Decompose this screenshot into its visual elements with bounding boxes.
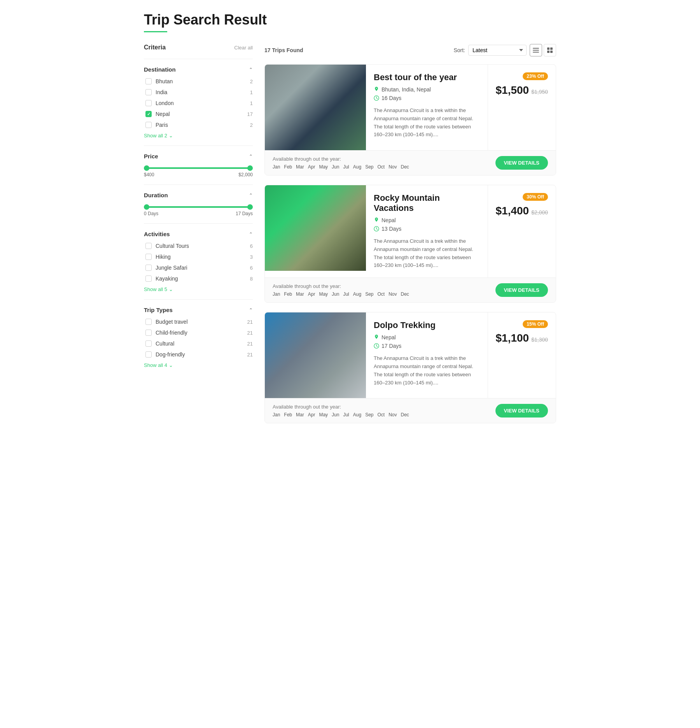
discount-badge: 23% Off <box>523 72 548 80</box>
trip-availability: Available through out the year: JanFebMa… <box>273 283 409 297</box>
trip-card-body: Dolpo Trekking Nepal <box>265 312 556 398</box>
availability-label: Available through out the year: <box>273 283 409 289</box>
view-details-button[interactable]: VIEW DETAILS <box>495 404 548 418</box>
month-label: Jun <box>332 412 339 418</box>
destination-filter-header[interactable]: Destination ⌃ <box>144 66 253 73</box>
trip-image <box>265 312 366 398</box>
trip-image <box>265 185 366 277</box>
trip-types-filter-header[interactable]: Trip Types ⌃ <box>144 307 253 313</box>
page-title-underline <box>144 31 167 32</box>
trip-card-footer: Available through out the year: JanFebMa… <box>265 277 556 302</box>
trip-type-item-label: Cultural <box>156 340 174 347</box>
month-label: Mar <box>296 412 304 418</box>
activities-filter-header[interactable]: Activities ⌃ <box>144 231 253 237</box>
destination-checkbox[interactable] <box>145 89 152 95</box>
destination-checkbox[interactable] <box>145 111 152 117</box>
trip-type-checkbox[interactable] <box>145 340 152 347</box>
view-details-button[interactable]: VIEW DETAILS <box>495 156 548 170</box>
clock-icon <box>374 343 379 349</box>
activity-item: Kayaking 8 <box>144 275 253 282</box>
view-details-button[interactable]: VIEW DETAILS <box>495 283 548 297</box>
clock-icon <box>374 95 379 101</box>
activity-item-count: 3 <box>250 254 253 260</box>
month-label: May <box>319 291 328 297</box>
destination-item-count: 1 <box>250 100 253 106</box>
activities-show-all-chevron-icon: ⌄ <box>169 286 173 292</box>
month-label: Jun <box>332 164 339 170</box>
trip-type-item-left: Dog-friendly <box>145 351 185 358</box>
activity-item-count: 6 <box>250 243 253 249</box>
duration-filter: Duration ⌃ 0 Days 17 Days <box>144 184 253 223</box>
duration-filter-header[interactable]: Duration ⌃ <box>144 192 253 198</box>
trip-location: Nepal <box>374 334 480 340</box>
trip-card-footer: Available through out the year: JanFebMa… <box>265 150 556 175</box>
trip-description: The Annapurna Circuit is a trek within t… <box>374 107 480 139</box>
trip-type-checkbox[interactable] <box>145 330 152 336</box>
price-filter-header[interactable]: Price ⌃ <box>144 153 253 160</box>
destination-item-label: London <box>156 100 174 106</box>
month-label: May <box>319 164 328 170</box>
destination-item-count: 1 <box>250 89 253 95</box>
trip-type-item-left: Budget travel <box>145 319 188 325</box>
current-price: $1,500 <box>496 84 529 96</box>
duration-range-thumb-right[interactable] <box>247 204 253 210</box>
sort-select[interactable]: LatestPrice: Low to HighPrice: High to L… <box>468 45 527 56</box>
location-icon <box>374 87 379 92</box>
destination-checkbox[interactable] <box>145 122 152 128</box>
trip-type-checkbox[interactable] <box>145 351 152 358</box>
svg-rect-6 <box>550 51 553 53</box>
month-label: Apr <box>308 412 315 418</box>
month-label: Oct <box>378 164 385 170</box>
trip-type-checkbox[interactable] <box>145 319 152 325</box>
activities-filter-title: Activities <box>144 231 170 237</box>
destination-item-label: Nepal <box>156 111 170 117</box>
month-label: Jan <box>273 412 280 418</box>
month-label: Sep <box>365 164 373 170</box>
trip-duration: 16 Days <box>374 95 480 101</box>
discount-badge: 15% Off <box>523 320 548 328</box>
month-label: Nov <box>388 291 397 297</box>
activity-checkbox[interactable] <box>145 265 152 271</box>
destination-checkbox[interactable] <box>145 78 152 84</box>
trip-cards-container: Best tour of the year Bhutan, India, Nep… <box>264 64 556 423</box>
trip-details: Dolpo Trekking Nepal <box>366 312 488 398</box>
list-view-toggle[interactable] <box>530 44 542 56</box>
results-count-label: Trips Found <box>272 47 303 53</box>
price-range-thumb-right[interactable] <box>247 165 253 171</box>
month-label: Jun <box>332 291 339 297</box>
trip-card: Best tour of the year Bhutan, India, Nep… <box>264 64 556 175</box>
month-label: Mar <box>296 291 304 297</box>
trip-details: Best tour of the year Bhutan, India, Nep… <box>366 65 488 150</box>
svg-rect-0 <box>533 48 539 49</box>
price-range-thumb-left[interactable] <box>144 165 149 171</box>
trip-description: The Annapurna Circuit is a trek within t… <box>374 354 480 387</box>
activity-checkbox[interactable] <box>145 275 152 282</box>
location-icon <box>374 218 379 223</box>
destination-item: Paris 2 <box>144 122 253 128</box>
month-label: May <box>319 412 328 418</box>
sort-section: Sort: LatestPrice: Low to HighPrice: Hig… <box>453 44 556 56</box>
activities-show-all[interactable]: Show all 5 ⌄ <box>144 286 253 292</box>
sort-label: Sort: <box>453 47 465 53</box>
trip-price-section: 23% Off $1,500 $1,950 <box>488 65 556 150</box>
destination-item: Bhutan 2 <box>144 78 253 84</box>
destination-checkbox[interactable] <box>145 100 152 106</box>
activity-checkbox[interactable] <box>145 254 152 260</box>
duration-range-thumb-left[interactable] <box>144 204 149 210</box>
trip-types-items: Budget travel 21 Child-friendly 21 Cultu… <box>144 319 253 358</box>
grid-view-toggle[interactable] <box>544 44 556 56</box>
destination-show-all[interactable]: Show all 2 ⌄ <box>144 133 253 139</box>
duration-max-label: 17 Days <box>236 211 253 216</box>
trip-types-show-all[interactable]: Show all 4 ⌄ <box>144 362 253 368</box>
sidebar-header: Criteria Clear all <box>144 44 253 51</box>
activity-checkbox[interactable] <box>145 243 152 249</box>
month-label: Dec <box>401 164 409 170</box>
price-chevron-icon: ⌃ <box>249 154 253 159</box>
destination-item-count: 2 <box>250 79 253 84</box>
clear-all-link[interactable]: Clear all <box>234 45 253 51</box>
trip-location: Nepal <box>374 217 480 223</box>
trip-types-filter: Trip Types ⌃ Budget travel 21 Child-frie… <box>144 299 253 375</box>
trip-title: Best tour of the year <box>374 72 480 82</box>
svg-rect-2 <box>533 52 539 53</box>
sidebar: Criteria Clear all Destination ⌃ Bhutan … <box>144 44 253 433</box>
